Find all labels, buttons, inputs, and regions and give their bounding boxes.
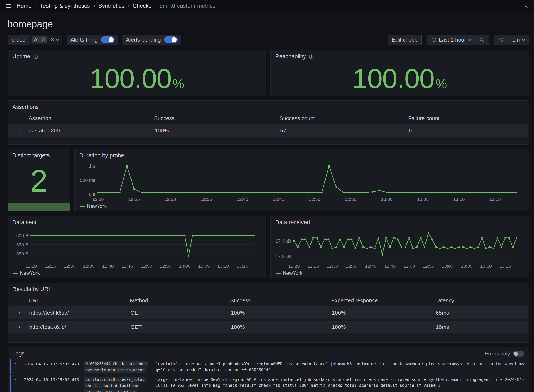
results-by-url-panel: Results by URL URL Method Success Expect… [8, 283, 529, 343]
cell-method: GET [130, 324, 231, 330]
svg-text:17.4 kB: 17.4 kB [275, 238, 291, 244]
svg-text:1 s: 1 s [89, 163, 95, 169]
panel-header: Assertions [8, 101, 529, 112]
svg-text:12:40: 12:40 [365, 263, 377, 269]
info-icon[interactable] [309, 54, 314, 59]
table-header: Assertion Success Success count Failure … [8, 112, 529, 124]
chart-canvas[interactable]: 0 s500 ms1 s12:2012:2512:3012:3512:4012:… [77, 161, 526, 202]
alerts-pending-label: Alerts pending [122, 37, 161, 43]
svg-text:13:05: 13:05 [461, 263, 473, 269]
log-row[interactable]: 2024-04-16 13:19:05.473is status 200 che… [10, 375, 526, 392]
distinct-targets-panel: Distinct targets 2 [8, 149, 70, 211]
log-field-chip: 0.660230444 Check succeeded [84, 361, 148, 366]
alerts-firing-label: Alerts firing [67, 37, 98, 43]
data-sent-panel: Data sent 580 B590 B600 B12:2012:2512:30… [8, 216, 266, 278]
svg-text:12:20: 12:20 [288, 263, 300, 269]
chart-legend[interactable]: NewYork [13, 270, 40, 276]
panel-title-text: Uptime [12, 53, 30, 60]
expand-row-icon[interactable] [17, 129, 20, 132]
expand-row-icon[interactable] [17, 311, 20, 314]
alerts-firing-toggle[interactable] [101, 36, 114, 43]
column-header: Expected response [331, 297, 435, 304]
reachability-unit: % [435, 76, 447, 91]
cell-latency: 65ms [436, 310, 528, 316]
log-message: target=instance1 probe=NewYork region=AM… [156, 377, 526, 388]
time-range-picker[interactable]: Last 1 hour [427, 35, 475, 45]
reachability-value: 100.00 [352, 65, 434, 93]
breadcrumb-item[interactable]: Home [17, 3, 32, 9]
probe-filter[interactable]: probe All × × [8, 35, 62, 45]
chart-canvas[interactable]: 17.3 kB17.4 kB12:2012:2512:3012:3512:401… [273, 228, 526, 269]
panel-title-text: Results by URL [12, 286, 52, 293]
chart-canvas[interactable]: 580 B590 B600 B12:2012:2512:3012:3512:40… [10, 228, 264, 269]
svg-text:500 ms: 500 ms [80, 178, 95, 183]
series-name[interactable]: NewYork [87, 203, 107, 209]
breadcrumb-separator-icon [155, 5, 157, 7]
panel-title-text: Reachability [275, 53, 306, 60]
edit-check-button[interactable]: Edit check [388, 35, 421, 45]
svg-text:17.3 kB: 17.3 kB [275, 254, 291, 259]
refresh-interval-picker[interactable]: 1m [508, 35, 529, 45]
series-name[interactable]: NewYork [283, 270, 302, 276]
breadcrumb-item[interactable]: sm-k6-custom-metrics [160, 3, 215, 9]
series-color-dash [80, 206, 85, 207]
panel-title-text: Assertions [12, 104, 39, 110]
refresh-button[interactable] [494, 35, 508, 45]
chevron-down-icon[interactable] [56, 38, 59, 41]
results-table-row[interactable]: https://test.k6.io/GET100%100%65ms [8, 306, 528, 319]
assertions-table-row[interactable]: is status 200100%570 [8, 124, 528, 137]
results-table-row[interactable]: http://test.k6.io/GET100%100%16ms [8, 321, 528, 333]
svg-text:600 B: 600 B [16, 233, 28, 238]
zoom-out-button[interactable] [475, 35, 489, 45]
data-received-chart[interactable]: 17.3 kB17.4 kB12:2012:2512:3012:3512:401… [273, 228, 526, 269]
series-color-dash [13, 273, 18, 274]
breadcrumb: HomeTesting & syntheticsSyntheticsChecks… [17, 3, 215, 9]
alerts-pending-toggle[interactable] [164, 36, 178, 43]
svg-text:13:15: 13:15 [499, 263, 511, 269]
column-header: URL [29, 297, 130, 304]
chart-legend[interactable]: NewYork [80, 203, 107, 209]
duration-chart[interactable]: 0 s500 ms1 s12:2012:2512:3012:3512:4012:… [77, 161, 526, 202]
logs-panel: Logs Errors only 2024-04-16 13:19:05.473… [8, 347, 529, 392]
svg-text:0 s: 0 s [89, 192, 95, 197]
breadcrumb-item[interactable]: Testing & synthetics [40, 3, 90, 9]
panel-title-text: Distinct targets [12, 152, 50, 159]
svg-text:13:10: 13:10 [217, 263, 229, 269]
expand-log-icon[interactable] [14, 362, 16, 365]
svg-text:12:30: 12:30 [165, 197, 176, 202]
chevron-down-icon [522, 38, 525, 41]
data-sent-chart[interactable]: 580 B590 B600 B12:2012:2512:3012:3512:40… [10, 228, 264, 269]
column-header: Failure count [408, 115, 529, 122]
breadcrumb-item[interactable]: Synthetics [98, 3, 124, 9]
log-message: level=info target=instance1 probe=NewYor… [156, 361, 526, 373]
svg-text:590 B: 590 B [16, 242, 28, 247]
svg-text:12:35: 12:35 [346, 263, 357, 269]
clear-filter-icon[interactable]: × [51, 37, 54, 43]
column-header: Latency [435, 297, 529, 304]
info-icon[interactable] [33, 54, 38, 59]
remove-value-icon[interactable]: × [42, 37, 45, 43]
errors-only-control: Errors only [485, 351, 524, 357]
expand-row-icon[interactable] [17, 326, 20, 328]
panel-header: Data sent [8, 216, 266, 228]
probe-filter-value-chip[interactable]: All × [32, 36, 47, 43]
cell-success: 100% [155, 127, 280, 134]
probe-filter-value: All [34, 37, 40, 43]
log-row[interactable]: 2024-04-16 13:19:05.4730.660230444 Check… [10, 359, 526, 374]
chevron-up-icon[interactable] [525, 6, 528, 9]
errors-only-toggle[interactable] [513, 351, 524, 357]
alerts-firing-control: Alerts firing [67, 35, 118, 45]
breadcrumb-item[interactable]: Checks [132, 3, 151, 9]
cell-expected: 100% [332, 310, 436, 316]
series-name[interactable]: NewYork [20, 270, 40, 276]
time-controls: Last 1 hour [427, 35, 489, 45]
refresh-interval-label: 1m [512, 37, 520, 43]
cell-assertion: is status 200 [29, 127, 155, 134]
svg-text:12:55: 12:55 [160, 263, 171, 269]
chart-legend[interactable]: NewYork [276, 270, 302, 276]
svg-text:12:55: 12:55 [423, 263, 434, 269]
menu-icon[interactable] [6, 4, 11, 8]
distinct-targets-value: 2 [30, 165, 47, 196]
panel-title-text: Data sent [12, 219, 37, 226]
expand-log-icon[interactable] [14, 378, 16, 381]
